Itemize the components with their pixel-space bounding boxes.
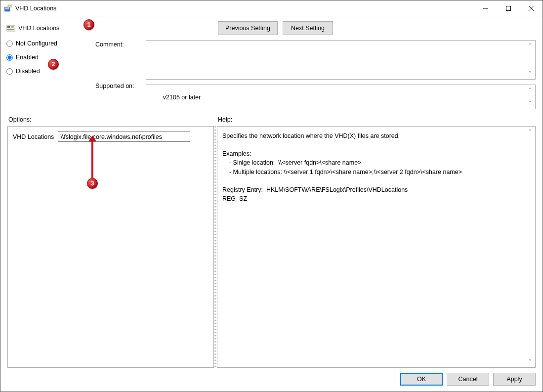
vhd-locations-input[interactable] — [58, 131, 190, 142]
comment-textbox[interactable]: ˄ ˅ — [146, 40, 536, 80]
radio-not-configured-label: Not Configured — [16, 40, 57, 47]
title-bar: VHD Locations — [0, 0, 543, 16]
apply-button[interactable]: Apply — [493, 373, 536, 386]
scroll-up-icon[interactable]: ˄ — [526, 128, 534, 136]
options-pane: Options: VHD Locations 3 — [7, 114, 214, 368]
options-title: Options: — [7, 114, 214, 126]
help-body: Specifies the network location where the… — [217, 126, 536, 368]
field-values: ˄ ˅ v2105 or later ˄ ˅ — [146, 40, 536, 109]
upper-region: Not Configured Enabled Disabled Comment:… — [0, 37, 543, 114]
help-title: Help: — [217, 114, 536, 126]
callout-badge-3: 3 — [87, 178, 98, 189]
maximize-button[interactable] — [497, 0, 520, 16]
supported-on-textbox: v2105 or later ˄ ˅ — [146, 85, 536, 109]
header-row: VHD Locations Previous Setting Next Sett… — [0, 16, 543, 37]
field-labels: Comment: Supported on: — [95, 40, 136, 109]
cancel-button[interactable]: Cancel — [447, 373, 489, 386]
radio-disabled-label: Disabled — [16, 68, 40, 75]
scroll-down-icon[interactable]: ˅ — [526, 70, 534, 78]
annotation-arrow — [91, 140, 93, 178]
vhd-locations-row: VHD Locations — [13, 131, 209, 142]
svg-rect-6 — [506, 6, 511, 10]
radio-enabled-label: Enabled — [16, 54, 39, 61]
footer-buttons: OK Cancel Apply — [0, 368, 543, 392]
callout-badge-2: 2 — [48, 59, 59, 70]
supported-on-value: v2105 or later — [163, 94, 201, 101]
vhd-locations-label: VHD Locations — [13, 133, 54, 140]
minimize-button[interactable] — [474, 0, 497, 16]
window-frame: VHD Locations VHD Locations — [0, 0, 543, 392]
options-body: VHD Locations 3 — [7, 126, 214, 368]
state-radio-group: Not Configured Enabled Disabled — [6, 40, 85, 109]
app-icon — [4, 4, 12, 12]
scroll-up-icon[interactable]: ˄ — [526, 86, 534, 94]
callout-badge-1: 1 — [84, 19, 94, 30]
setting-title: VHD Locations — [6, 24, 59, 32]
close-button[interactable] — [520, 0, 543, 16]
nav-buttons: Previous Setting Next Setting — [218, 21, 333, 35]
svg-rect-1 — [5, 7, 9, 9]
svg-rect-10 — [7, 26, 10, 28]
supported-on-label: Supported on: — [95, 83, 136, 89]
radio-enabled-input[interactable] — [6, 54, 13, 61]
help-text: Specifies the network location where the… — [222, 131, 530, 203]
ok-button[interactable]: OK — [400, 373, 443, 386]
radio-enabled[interactable]: Enabled — [6, 54, 85, 61]
previous-setting-button[interactable]: Previous Setting — [218, 21, 278, 35]
split-panes: Options: VHD Locations 3 Help: Specifies… — [0, 114, 543, 368]
radio-disabled[interactable]: Disabled — [6, 68, 85, 75]
window-title: VHD Locations — [15, 5, 56, 12]
scroll-down-icon[interactable]: ˅ — [526, 99, 534, 108]
radio-disabled-input[interactable] — [6, 68, 13, 75]
setting-icon — [6, 24, 15, 32]
comment-label: Comment: — [95, 41, 136, 48]
radio-not-configured[interactable]: Not Configured — [6, 40, 85, 47]
help-pane: Help: Specifies the network location whe… — [217, 114, 536, 368]
next-setting-button[interactable]: Next Setting — [283, 21, 333, 35]
scroll-up-icon[interactable]: ˄ — [526, 42, 534, 50]
radio-not-configured-input[interactable] — [6, 41, 13, 47]
setting-title-text: VHD Locations — [18, 25, 59, 32]
scroll-down-icon[interactable]: ˅ — [526, 358, 534, 366]
